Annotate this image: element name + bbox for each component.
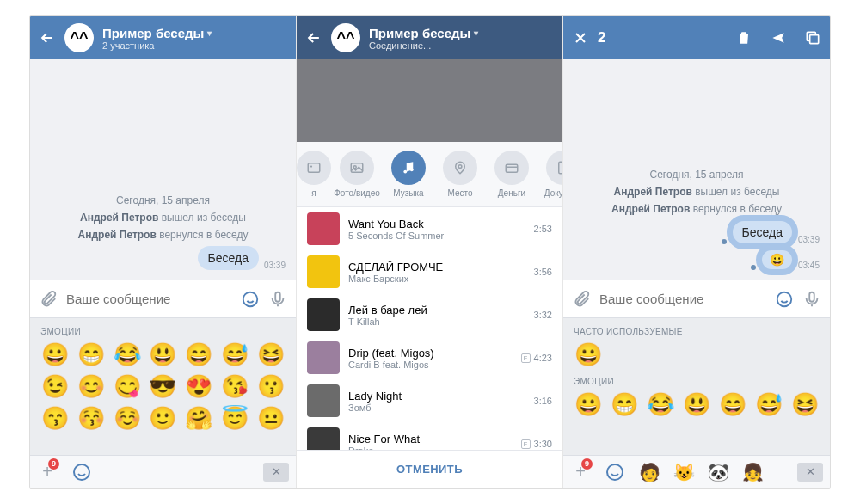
backspace-button[interactable]: ✕ xyxy=(797,463,823,482)
sticker-pack-tab[interactable]: 🐼 xyxy=(708,462,728,482)
emoji-item[interactable]: 😋 xyxy=(109,373,145,400)
emoji-tab[interactable] xyxy=(605,462,625,482)
album-art xyxy=(307,255,340,288)
attach-icon[interactable] xyxy=(39,290,58,309)
music-track[interactable]: Drip (feat. Migos)Cardi B feat. MigosE4:… xyxy=(297,336,562,379)
track-duration: E3:30 xyxy=(521,439,552,449)
emoji-item[interactable]: 😎 xyxy=(145,373,181,400)
category-money[interactable]: Деньги xyxy=(486,151,538,198)
music-track[interactable]: СДЕЛАЙ ГРОМЧЕМакс Барских3:56 xyxy=(297,250,562,293)
emoji-item[interactable]: 😙 xyxy=(37,405,73,432)
album-art xyxy=(307,341,340,374)
emoji-item[interactable]: 😍 xyxy=(181,373,217,400)
music-track[interactable]: Nice For WhatDrakeE3:30 xyxy=(297,422,562,450)
album-art xyxy=(307,384,340,417)
category-location[interactable]: Место xyxy=(434,151,486,198)
sticker-badge: 9 xyxy=(48,458,59,470)
emoji-section-label: ЭМОЦИИ xyxy=(30,325,296,341)
emoji-item[interactable]: 😃 xyxy=(679,391,715,418)
track-duration: 3:32 xyxy=(534,310,552,320)
emoji-item[interactable]: 😅 xyxy=(751,391,787,418)
emoji-item[interactable]: 😆 xyxy=(787,391,823,418)
category-photo-video[interactable]: Фото/видео xyxy=(331,151,383,198)
emoji-item[interactable]: 😂 xyxy=(642,391,679,418)
emoji-item[interactable]: 😆 xyxy=(253,341,289,368)
emoji-item[interactable]: 😀 xyxy=(570,391,606,418)
backspace-button[interactable]: ✕ xyxy=(263,463,289,482)
back-icon[interactable] xyxy=(39,29,56,46)
explicit-icon: E xyxy=(521,353,531,363)
delete-icon[interactable] xyxy=(735,29,752,46)
back-icon[interactable] xyxy=(305,29,322,46)
emoji-item[interactable]: 😁 xyxy=(73,341,109,368)
emoji-tab[interactable] xyxy=(71,462,92,482)
category-music[interactable]: Музыка xyxy=(383,151,434,198)
emoji-item[interactable]: 😂 xyxy=(109,341,145,368)
sticker-pack-tab[interactable]: 👧 xyxy=(742,462,763,482)
track-duration: 3:16 xyxy=(534,396,552,406)
chat-messages: Сегодня, 15 апреля Андрей Петров вышел и… xyxy=(563,59,830,280)
emoji-item[interactable]: 😄 xyxy=(181,341,217,368)
emoji-item[interactable]: 😐 xyxy=(253,405,289,432)
cancel-button[interactable]: ОТМЕНИТЬ xyxy=(297,450,562,488)
dimmed-chat-backdrop[interactable] xyxy=(297,59,562,142)
emoji-button[interactable] xyxy=(775,290,794,309)
category-gallery[interactable]: я xyxy=(297,151,331,198)
emoji-item[interactable]: 😁 xyxy=(606,391,642,418)
emoji-item[interactable]: 😃 xyxy=(145,341,181,368)
svg-rect-10 xyxy=(506,164,518,172)
message-bubble: Беседа xyxy=(198,246,259,270)
emoji-item[interactable]: 😚 xyxy=(73,405,109,432)
svg-point-2 xyxy=(74,464,89,480)
attachment-categories: я Фото/видео Музыка Место Деньги Докумен… xyxy=(297,142,562,207)
voice-icon[interactable] xyxy=(268,290,287,309)
forward-icon[interactable] xyxy=(770,29,787,46)
sticker-badge: 9 xyxy=(581,458,593,470)
chat-avatar[interactable]: ^^ xyxy=(331,23,360,52)
emoji-item[interactable]: 😊 xyxy=(73,373,109,400)
emoji-item[interactable]: 😄 xyxy=(715,391,751,418)
system-message: Андрей Петров вернулся в беседу xyxy=(574,203,820,215)
message-row[interactable]: Беседа 03:39 xyxy=(574,220,820,244)
music-track[interactable]: Lady NightЗомб3:16 xyxy=(297,379,562,422)
emoji-item[interactable]: 😀 xyxy=(37,341,73,368)
message-input[interactable] xyxy=(66,292,232,306)
emoji-item[interactable]: 😘 xyxy=(217,373,253,400)
emoji-item[interactable]: 🤗 xyxy=(181,405,217,432)
emoji-item[interactable]: 😅 xyxy=(217,341,253,368)
unread-dot xyxy=(751,265,756,270)
close-icon[interactable] xyxy=(572,29,589,46)
date-divider: Сегодня, 15 апреля xyxy=(40,194,286,206)
emoji-item[interactable]: 😇 xyxy=(217,405,253,432)
emoji-item[interactable]: 😗 xyxy=(253,373,289,400)
svg-rect-12 xyxy=(810,35,819,44)
sticker-pack-tab[interactable]: 🧑 xyxy=(639,462,660,482)
chat-avatar[interactable]: ^^ xyxy=(64,23,94,52)
attach-icon[interactable] xyxy=(572,290,591,309)
copy-icon[interactable] xyxy=(804,29,821,46)
chat-title[interactable]: Пример беседы▾ xyxy=(102,26,287,40)
message-row[interactable]: Беседа 03:39 xyxy=(40,246,286,270)
message-bubble: 😀 xyxy=(761,249,793,270)
screen-chat-emoji: ^^ Пример беседы▾ 2 участника Сегодня, 1… xyxy=(30,16,297,488)
category-document[interactable]: Документ xyxy=(538,151,562,198)
sticker-pack-tab[interactable]: 😺 xyxy=(673,462,694,482)
music-track[interactable]: Лей в баре лейT-Killah3:32 xyxy=(297,293,562,336)
music-track[interactable]: Want You Back5 Seconds Of Summer2:53 xyxy=(297,207,562,250)
composer xyxy=(563,280,830,317)
track-title: СДЕЛАЙ ГРОМЧЕ xyxy=(348,261,525,274)
emoji-button[interactable] xyxy=(241,290,260,309)
svg-point-8 xyxy=(410,168,414,171)
emoji-section-label: ЭМОЦИИ xyxy=(563,375,830,391)
chat-title: Пример беседы▾ xyxy=(369,26,554,40)
voice-icon[interactable] xyxy=(802,290,821,309)
message-row[interactable]: 😀 03:45 xyxy=(574,249,820,270)
chat-header: ^^ Пример беседы▾ 2 участника xyxy=(30,16,296,59)
emoji-item[interactable]: ☺️ xyxy=(109,405,145,432)
emoji-item[interactable]: 😀 xyxy=(570,341,606,368)
composer xyxy=(30,280,296,317)
emoji-item[interactable]: 🙂 xyxy=(145,405,181,432)
emoji-item[interactable]: 😉 xyxy=(37,373,73,400)
message-input[interactable] xyxy=(599,292,766,306)
message-time: 03:39 xyxy=(798,235,820,244)
